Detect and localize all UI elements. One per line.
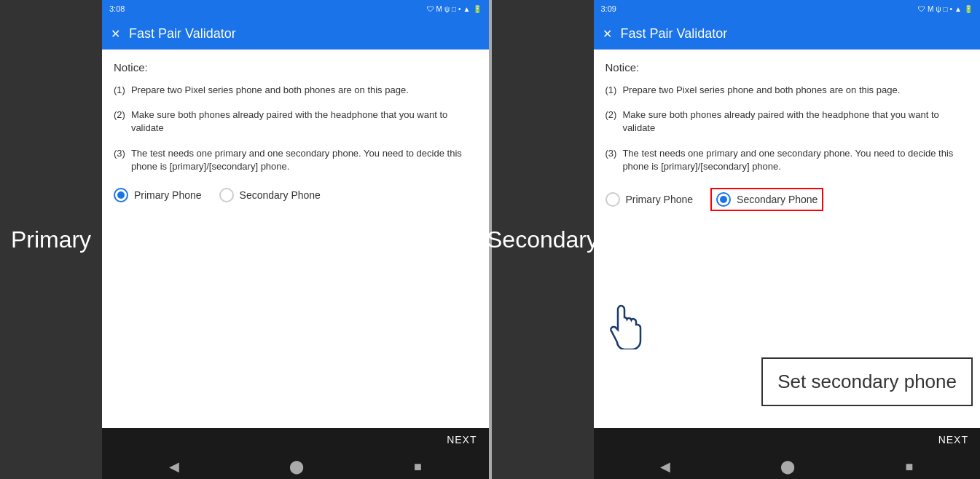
secondary-radio-primary[interactable]: Primary Phone [605, 192, 694, 207]
primary-radio-circle-right [605, 192, 620, 207]
signal-icon: ψ [444, 5, 450, 13]
primary-phone-screen: 3:08 🛡 M ψ □ • ▲ 🔋 ✕ Fast Pair Validator… [102, 0, 489, 479]
primary-time: 3:08 [109, 4, 125, 13]
secondary-label: Secondary [492, 0, 594, 479]
secondary-radio-circle [219, 188, 234, 202]
primary-radio-secondary[interactable]: Secondary Phone [219, 188, 321, 202]
item-text: The test needs one primary and one secon… [131, 147, 477, 173]
primary-app-title: Fast Pair Validator [129, 26, 236, 41]
wifi-icon: ▲ [954, 5, 962, 13]
secondary-primary-radio-label: Primary Phone [626, 194, 694, 205]
primary-notice-title: Notice: [114, 61, 477, 74]
item-text: Prepare two Pixel series phone and both … [131, 84, 409, 97]
primary-next-button[interactable]: NEXT [447, 428, 477, 451]
recents-icon[interactable]: ■ [414, 459, 422, 475]
secondary-time: 3:09 [601, 4, 616, 13]
battery-icon: 🔋 [964, 5, 973, 13]
back-icon[interactable]: ◀ [660, 459, 670, 475]
primary-status-icons: 🛡 M ψ □ • ▲ 🔋 [427, 5, 482, 13]
wifi-icon: ▲ [463, 5, 471, 13]
list-item: (3) The test needs one primary and one s… [605, 147, 969, 173]
item-num: (1) [114, 84, 125, 97]
primary-radio-label: Primary Phone [134, 189, 202, 201]
list-item: (1) Prepare two Pixel series phone and b… [605, 84, 969, 97]
home-icon[interactable]: ⬤ [289, 459, 304, 475]
item-num: (3) [605, 147, 617, 173]
list-item: (1) Prepare two Pixel series phone and b… [114, 84, 477, 97]
secondary-radio-label: Secondary Phone [240, 189, 321, 201]
battery-icon: 🔋 [473, 5, 482, 13]
shield-icon: 🛡 [427, 5, 434, 13]
secondary-status-bar: 3:09 🛡 M ψ □ • ▲ 🔋 [594, 0, 981, 17]
shield-icon: 🛡 [918, 5, 925, 13]
list-item: (2) Make sure both phones already paired… [114, 108, 477, 135]
tooltip-text: Set secondary phone [777, 371, 957, 392]
primary-close-button[interactable]: ✕ [111, 27, 120, 41]
primary-label: Primary [0, 0, 102, 479]
list-item: (2) Make sure both phones already paired… [605, 108, 969, 135]
secondary-status-icons: 🛡 M ψ □ • ▲ 🔋 [918, 5, 973, 13]
set-secondary-phone-tooltip: Set secondary phone [761, 357, 973, 406]
item-num: (3) [114, 147, 125, 173]
primary-radio-group: Primary Phone Secondary Phone [114, 188, 477, 202]
secondary-app-title: Fast Pair Validator [621, 26, 728, 41]
secondary-radio-box-highlight: Secondary Phone [710, 188, 823, 211]
secondary-nav-icons: ◀ ⬤ ■ [605, 451, 969, 479]
primary-notice-list: (1) Prepare two Pixel series phone and b… [114, 84, 477, 173]
list-item: (3) The test needs one primary and one s… [114, 147, 477, 173]
item-text: Make sure both phones already paired wit… [131, 108, 477, 135]
primary-radio-circle [114, 188, 128, 202]
video-icon: □ [452, 5, 456, 13]
message-icon: M [436, 5, 442, 13]
right-panel: Secondary 3:09 🛡 M ψ □ • ▲ 🔋 ✕ Fast Pair… [492, 0, 981, 479]
secondary-close-button[interactable]: ✕ [603, 27, 612, 41]
item-num: (1) [605, 84, 617, 97]
primary-content: Notice: (1) Prepare two Pixel series pho… [102, 50, 489, 428]
item-text: The test needs one primary and one secon… [622, 147, 968, 173]
secondary-radio-group: Primary Phone Secondary Phone [605, 188, 969, 211]
item-text: Prepare two Pixel series phone and both … [622, 84, 900, 97]
secondary-secondary-radio-label: Secondary Phone [737, 194, 818, 205]
secondary-next-button[interactable]: NEXT [938, 428, 968, 451]
item-text: Make sure both phones already paired wit… [622, 108, 968, 135]
secondary-nav-bar: NEXT ◀ ⬤ ■ [594, 428, 981, 479]
secondary-app-bar: ✕ Fast Pair Validator [594, 17, 981, 50]
dot-icon: • [950, 5, 953, 13]
recents-icon[interactable]: ■ [906, 459, 914, 475]
left-panel: Primary 3:08 🛡 M ψ □ • ▲ 🔋 ✕ Fast Pair V… [0, 0, 489, 479]
primary-status-bar: 3:08 🛡 M ψ □ • ▲ 🔋 [102, 0, 489, 17]
back-icon[interactable]: ◀ [169, 459, 179, 475]
item-num: (2) [605, 108, 617, 135]
video-icon: □ [944, 5, 948, 13]
item-num: (2) [114, 108, 125, 135]
secondary-notice-list: (1) Prepare two Pixel series phone and b… [605, 84, 969, 173]
home-icon[interactable]: ⬤ [780, 459, 795, 475]
message-icon: M [928, 5, 933, 13]
primary-radio-primary[interactable]: Primary Phone [114, 188, 202, 202]
primary-nav-icons: ◀ ⬤ ■ [114, 451, 477, 479]
secondary-radio-secondary[interactable]: Secondary Phone [716, 192, 818, 207]
dot-icon: • [458, 5, 461, 13]
secondary-radio-circle-right [716, 192, 731, 207]
signal-icon: ψ [936, 5, 941, 13]
secondary-notice-title: Notice: [605, 61, 969, 74]
primary-app-bar: ✕ Fast Pair Validator [102, 17, 489, 50]
secondary-phone-screen: 3:09 🛡 M ψ □ • ▲ 🔋 ✕ Fast Pair Validator… [594, 0, 981, 479]
primary-nav-bar: NEXT ◀ ⬤ ■ [102, 428, 489, 479]
